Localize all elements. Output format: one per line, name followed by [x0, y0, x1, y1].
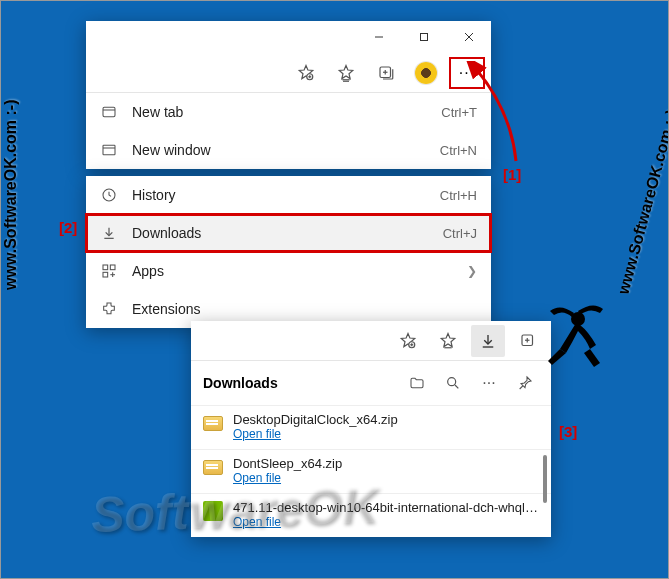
- downloads-panel: Downloads ··· DesktopDigitalClock_x64.zi…: [191, 321, 551, 537]
- annotation-arrow: [461, 61, 541, 171]
- zip-file-icon: [203, 414, 223, 432]
- profile-icon[interactable]: [409, 57, 443, 89]
- collections-icon[interactable]: [369, 57, 403, 89]
- downloads-toolbar: [191, 321, 551, 361]
- annotation-3: [3]: [559, 423, 577, 440]
- extensions-icon: [100, 300, 118, 318]
- svg-line-32: [455, 385, 458, 388]
- download-icon: [100, 224, 118, 242]
- svg-rect-12: [103, 107, 115, 116]
- annotation-2: [2]: [59, 219, 77, 236]
- chevron-right-icon: ❯: [467, 264, 477, 278]
- watermark-side-left: www.SoftwareOK.com :-): [2, 99, 20, 290]
- zip-file-icon: [203, 458, 223, 476]
- new-tab-icon: [100, 103, 118, 121]
- menu-label: History: [132, 187, 426, 203]
- menu-label: New tab: [132, 104, 427, 120]
- open-file-link[interactable]: Open file: [233, 515, 539, 529]
- maximize-button[interactable]: [401, 21, 446, 53]
- menu-apps[interactable]: Apps ❯: [86, 252, 491, 290]
- minimize-button[interactable]: [356, 21, 401, 53]
- menu-label: Downloads: [132, 225, 429, 241]
- svg-rect-14: [103, 145, 115, 154]
- decorative-figure: [538, 301, 608, 381]
- open-file-link[interactable]: Open file: [233, 471, 539, 485]
- history-icon: [100, 186, 118, 204]
- svg-rect-19: [110, 265, 115, 270]
- download-filename: 471.11-desktop-win10-64bit-international…: [233, 500, 539, 515]
- svg-rect-1: [420, 34, 427, 41]
- favorites-icon[interactable]: [329, 57, 363, 89]
- menu-shortcut: Ctrl+J: [443, 226, 477, 241]
- menu-shortcut: Ctrl+H: [440, 188, 477, 203]
- exe-file-icon: [203, 502, 223, 520]
- svg-rect-20: [103, 272, 108, 277]
- menu-downloads[interactable]: Downloads Ctrl+J: [86, 214, 491, 252]
- folder-open-icon[interactable]: [403, 369, 431, 397]
- download-item[interactable]: DontSleep_x64.zip Open file: [191, 449, 551, 493]
- search-icon[interactable]: [439, 369, 467, 397]
- download-item[interactable]: 471.11-desktop-win10-64bit-international…: [191, 493, 551, 537]
- apps-icon: [100, 262, 118, 280]
- menu-history[interactable]: History Ctrl+H: [86, 176, 491, 214]
- menu-label: Extensions: [132, 301, 477, 317]
- browser-menu-section: History Ctrl+H Downloads Ctrl+J Apps ❯ E…: [86, 176, 491, 328]
- browser-toolbar: ···: [86, 53, 491, 93]
- downloads-header: Downloads ···: [191, 361, 551, 405]
- pin-icon[interactable]: [511, 369, 539, 397]
- download-item[interactable]: DesktopDigitalClock_x64.zip Open file: [191, 405, 551, 449]
- download-filename: DesktopDigitalClock_x64.zip: [233, 412, 539, 427]
- menu-label: Apps: [132, 263, 453, 279]
- add-favorite-icon[interactable]: [289, 57, 323, 89]
- favorites-icon[interactable]: [431, 325, 465, 357]
- downloads-toolbar-icon[interactable]: [471, 325, 505, 357]
- open-file-link[interactable]: Open file: [233, 427, 539, 441]
- downloads-title: Downloads: [203, 375, 395, 391]
- menu-label: New window: [132, 142, 426, 158]
- window-titlebar: [86, 21, 491, 53]
- close-button[interactable]: [446, 21, 491, 53]
- menu-new-window[interactable]: New window Ctrl+N: [86, 131, 491, 169]
- scrollbar[interactable]: [543, 455, 547, 503]
- add-favorite-icon[interactable]: [391, 325, 425, 357]
- menu-new-tab[interactable]: New tab Ctrl+T: [86, 93, 491, 131]
- annotation-1: [1]: [503, 166, 521, 183]
- svg-point-31: [448, 378, 456, 386]
- browser-window-top: ··· New tab Ctrl+T New window Ctrl+N: [86, 21, 491, 169]
- svg-rect-18: [103, 265, 108, 270]
- download-filename: DontSleep_x64.zip: [233, 456, 539, 471]
- more-icon[interactable]: ···: [475, 369, 503, 397]
- watermark-side-right: www.SoftwareOK.com :-): [615, 108, 669, 297]
- new-window-icon: [100, 141, 118, 159]
